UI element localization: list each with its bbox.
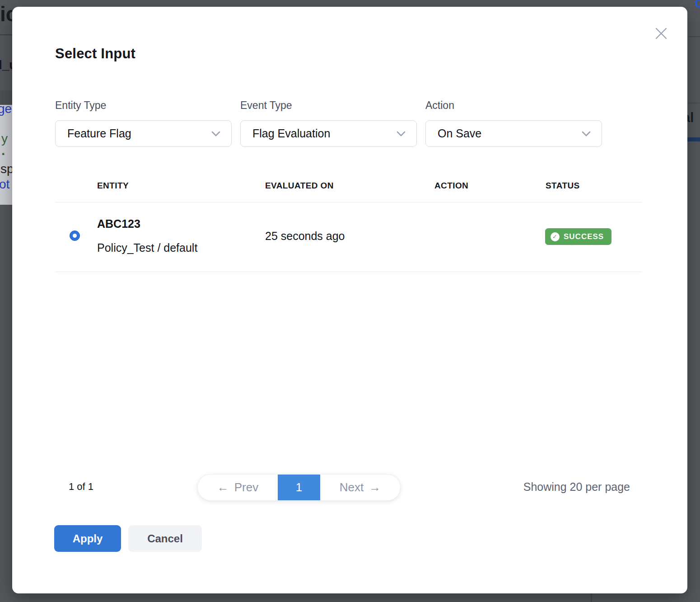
cancel-button[interactable]: Cancel <box>128 525 202 552</box>
action-filter: Action On Save <box>425 99 602 147</box>
row-radio-selected[interactable] <box>70 230 80 241</box>
table-row[interactable]: ABC123 Policy_Test / default 25 seconds … <box>55 202 642 272</box>
apply-button[interactable]: Apply <box>54 525 121 552</box>
backdrop-code-fragment: sp <box>0 162 12 176</box>
entity-name: ABC123 <box>97 217 140 230</box>
backdrop-heading-fragment: ic <box>0 2 12 26</box>
backdrop-tab-underline <box>687 137 700 141</box>
chevron-down-icon <box>211 131 220 136</box>
next-page-button[interactable]: Next → <box>320 475 400 500</box>
column-header-status: STATUS <box>546 181 580 191</box>
backdrop-code-fragment: ot <box>0 177 9 192</box>
action-select[interactable]: On Save <box>425 120 602 147</box>
action-value: On Save <box>438 127 481 140</box>
evaluated-on: 25 seconds ago <box>265 230 345 243</box>
event-type-select[interactable]: Flag Evaluation <box>240 120 417 147</box>
action-label: Action <box>425 99 602 112</box>
column-header-evaluated-on: EVALUATED ON <box>265 181 334 191</box>
prev-page-button[interactable]: ← Prev <box>198 475 278 500</box>
backdrop-divider <box>687 103 700 103</box>
backdrop-right-strip: C al <box>687 0 700 602</box>
pagination-summary: 1 of 1 <box>69 481 93 493</box>
event-type-value: Flag Evaluation <box>252 127 330 140</box>
page-number-active[interactable]: 1 <box>278 475 320 500</box>
event-type-label: Event Type <box>240 99 417 112</box>
backdrop-code-fragment: ge <box>0 102 12 116</box>
close-icon <box>654 27 668 40</box>
arrow-left-icon: ← <box>217 480 229 494</box>
backdrop-code-fragment: l_u <box>0 58 12 72</box>
status-badge: ✓ SUCCESS <box>545 228 611 245</box>
entity-subtext: Policy_Test / default <box>97 241 197 254</box>
backdrop-left-strip: ic l_u ge y . sp ot <box>0 0 12 602</box>
column-header-entity: ENTITY <box>97 181 129 191</box>
backdrop-divider <box>0 34 12 35</box>
status-text: SUCCESS <box>564 232 604 241</box>
backdrop-text-fragment: C <box>695 0 700 11</box>
arrow-right-icon: → <box>369 480 381 494</box>
backdrop-text-fragment: al <box>687 110 694 125</box>
prev-label: Prev <box>234 480 258 494</box>
chevron-down-icon <box>582 131 591 136</box>
modal-title: Select Input <box>55 46 135 62</box>
radio-dot <box>73 234 77 238</box>
backdrop-divider <box>688 36 700 37</box>
backdrop-vertical-divider <box>591 593 592 602</box>
pagination-control: ← Prev 1 Next → <box>197 474 401 501</box>
check-circle-icon: ✓ <box>551 232 560 241</box>
chevron-down-icon <box>397 131 406 136</box>
next-label: Next <box>340 480 364 494</box>
entity-type-select[interactable]: Feature Flag <box>55 120 232 147</box>
close-button[interactable] <box>653 25 669 42</box>
event-type-filter: Event Type Flag Evaluation <box>240 99 417 147</box>
entity-type-filter: Entity Type Feature Flag <box>55 99 232 147</box>
entity-type-value: Feature Flag <box>67 127 131 140</box>
entity-type-label: Entity Type <box>55 99 232 112</box>
select-input-modal: Select Input Entity Type Feature Flag Ev… <box>12 7 687 593</box>
backdrop-code-fragment: . <box>1 143 5 158</box>
column-header-action: ACTION <box>434 181 468 191</box>
per-page-info: Showing 20 per page <box>523 480 630 494</box>
table-divider <box>55 272 642 272</box>
